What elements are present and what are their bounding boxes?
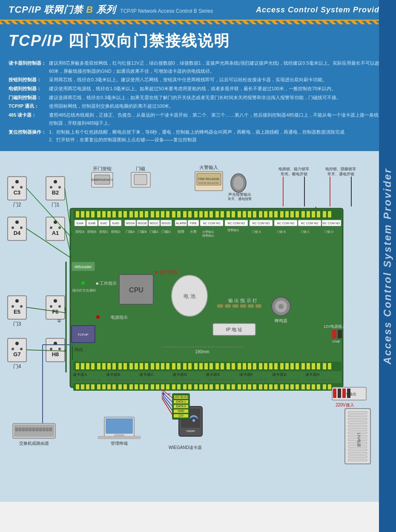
svg-rect-257 [107,384,111,389]
svg-rect-51 [76,211,79,217]
svg-text:常开、通电开锁: 常开、通电开锁 [327,172,354,176]
svg-rect-164 [248,304,254,308]
instr-label-0: 读卡器到控制器： [9,59,47,75]
instr-text-1: 采用两芯线，线径在0.3毫米以上。建议使用八芯网线，按钮其中任意两根线即可，以后… [49,76,387,84]
svg-text:ROOM RELEASE: ROOM RELEASE [198,182,219,184]
svg-rect-292 [296,384,299,389]
svg-rect-223 [274,363,278,369]
svg-text:按钮A: 按钮A [75,230,85,234]
instr-row-3: 门磁到控制器： 建议选择两芯线，线径在0.3毫米以上，如果无需在线了解门的开关状… [9,94,387,102]
svg-rect-216 [238,363,241,369]
svg-rect-201 [156,363,159,369]
svg-text:指示灯引出插针: 指示灯引出插针 [72,289,96,292]
svg-text:12V GND D0 D1 绿: 12V GND D0 D1 绿 [75,378,100,381]
page-main-title: TCP/IP 四门双向门禁接线说明 [9,31,387,51]
svg-text:LED BUZZ: LED BUZZ [174,395,189,398]
svg-point-21 [58,226,61,229]
svg-text:12V GND D0 D1 绿: 12V GND D0 D1 绿 [241,378,267,381]
page-title-area: TCP/IP 四门双向门禁接线说明 [0,24,396,59]
svg-rect-272 [188,384,192,389]
svg-text:管理终端: 管理终端 [111,441,128,446]
instr-label-5: 485 读卡器： [9,111,47,127]
svg-text:12V电源接入: 12V电源接入 [324,324,346,329]
svg-text:门磁A: 门磁A [126,230,135,234]
svg-rect-229 [307,363,310,369]
svg-text:FIRE: FIRE [190,222,197,225]
svg-text:IP 地 址: IP 地 址 [226,327,242,332]
svg-text:■ 工作指示: ■ 工作指示 [96,281,117,286]
svg-rect-96 [317,211,320,217]
svg-text:门锁 A: 门锁 A [252,230,261,234]
svg-rect-336 [333,389,336,398]
sidebar-brand: Access Control System Provider [379,0,396,532]
svg-rect-52 [81,211,84,217]
svg-text:门磁C: 门磁C [149,230,159,234]
svg-text:报警输出: 报警输出 [227,229,239,232]
svg-text:NC COM NO: NC COM NO [301,222,319,225]
svg-rect-56 [102,211,106,217]
svg-text:DATA 0: DATA 0 [176,405,186,408]
header-title-left: TCP/IP 联网门禁 B 系列 TCP/IP Network Access C… [9,3,213,16]
svg-point-7 [54,180,57,183]
svg-rect-78 [221,211,224,217]
svg-text:B2: B2 [52,189,59,196]
svg-point-8 [50,186,52,189]
svg-rect-339 [347,389,350,398]
svg-text:开门按钮: 开门按钮 [93,166,112,171]
svg-rect-62 [135,211,138,217]
header-brand: Access Control System Provider [256,6,387,14]
svg-rect-218 [248,363,251,369]
header: TCP/IP 联网门禁 B 系列 TCP/IP Network Access C… [0,0,396,21]
svg-rect-277 [215,384,219,389]
svg-point-15 [11,226,14,229]
svg-rect-210 [204,363,208,369]
svg-rect-375 [98,436,141,439]
svg-rect-265 [151,384,154,389]
svg-text:12V GND D0 D1 绿: 12V GND D0 D1 绿 [207,378,233,381]
svg-rect-93 [301,211,305,217]
svg-rect-281 [238,384,241,389]
svg-rect-364 [29,428,32,431]
svg-rect-297 [323,384,326,389]
svg-text:12V GND D0 D1 绿: 12V GND D0 D1 绿 [174,378,200,381]
header-sub-title: TCP/IP Network Access Control B Series [120,8,213,14]
svg-rect-202 [161,363,164,369]
svg-rect-232 [323,363,326,369]
svg-rect-84 [253,211,256,217]
svg-text:reader: reader [187,429,195,432]
svg-point-307 [50,305,52,308]
svg-text:常开、通电报警: 常开、通电报警 [228,197,252,201]
svg-text:蜂鸣器: 蜂鸣器 [275,318,287,323]
svg-text:ALARM: ALARM [176,222,186,225]
svg-text:电源指示: 电源指示 [111,315,128,320]
svg-rect-194 [118,363,122,369]
svg-rect-289 [280,384,284,389]
svg-rect-220 [259,363,262,369]
svg-text:门锁 B: 门锁 B [277,230,286,234]
svg-text:读卡器B: 读卡器B [106,372,120,377]
svg-rect-54 [91,211,95,217]
svg-text:TCP/IP: TCP/IP [77,333,89,337]
sidebar-brand-text: Access Control System Provider [382,168,393,364]
svg-text:D4: D4 [14,230,21,236]
svg-rect-262 [135,384,138,389]
svg-text:+: + [338,340,340,343]
svg-text:门磁: 门磁 [136,166,145,171]
svg-rect-287 [269,384,273,389]
svg-text:火警输入: 火警输入 [199,165,218,170]
svg-rect-213 [221,363,224,369]
svg-rect-203 [166,363,169,369]
svg-rect-95 [312,211,315,217]
svg-rect-259 [118,384,122,389]
svg-rect-66 [156,211,159,217]
svg-text:CPU: CPU [129,286,143,294]
svg-point-9 [58,186,61,189]
svg-text:12V GND D0 D1 绿: 12V GND D0 D1 绿 [108,378,134,381]
svg-rect-29 [134,174,147,185]
svg-rect-251 [76,384,79,389]
svg-rect-263 [140,384,143,389]
svg-text:交换机或路由器: 交换机或路由器 [19,441,49,446]
svg-text:门磁D: 门磁D [161,230,171,234]
svg-text:C3: C3 [14,189,21,196]
instr-text-6: 1、控制板上有个红色跳线帽，断电后按下来，等6秒，通电，控制板上的蜂鸣器会叫两声… [49,128,387,144]
